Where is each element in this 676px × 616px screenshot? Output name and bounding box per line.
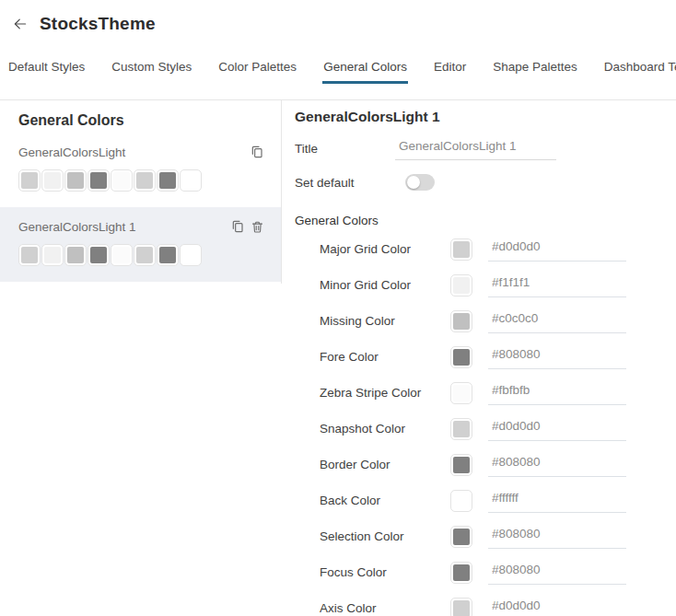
color-swatch [157, 169, 179, 192]
detail-heading: GeneralColorsLight 1 [295, 109, 676, 125]
hex-value-input[interactable] [488, 525, 626, 549]
color-row-label: Missing Color [320, 314, 450, 328]
set-default-toggle[interactable] [405, 174, 435, 191]
color-picker-swatch[interactable] [450, 310, 472, 332]
color-row-label: Snapshot Color [320, 422, 450, 436]
copy-icon [250, 145, 264, 159]
color-picker-swatch[interactable] [450, 238, 472, 261]
color-swatch [64, 169, 87, 192]
color-row-label: Border Color [320, 458, 450, 471]
palette-detail-panel: GeneralColorsLight 1 Title Set default G… [282, 100, 676, 616]
color-picker-swatch[interactable] [450, 418, 472, 440]
trash-icon [251, 220, 264, 234]
color-picker-swatch[interactable] [450, 346, 472, 368]
page-title: StocksTheme [40, 14, 156, 34]
color-picker-swatch[interactable] [450, 562, 472, 584]
color-picker-swatch[interactable] [450, 490, 472, 512]
color-picker-swatch[interactable] [450, 598, 472, 616]
tab-general-colors[interactable]: General Colors [322, 54, 408, 84]
color-swatch [41, 169, 64, 192]
set-default-label: Set default [295, 176, 395, 190]
back-button[interactable] [11, 15, 29, 33]
swatch-strip [18, 169, 264, 192]
palette-item-head: GeneralColorsLight [18, 145, 264, 159]
color-row: Zebra Stripe Color [295, 375, 676, 411]
copy-button[interactable] [250, 145, 264, 159]
color-row: Major Grid Color [295, 231, 676, 267]
general-colors-section-label: General Colors [295, 214, 676, 227]
color-swatch [87, 169, 110, 192]
color-row-label: Fore Color [320, 350, 450, 364]
color-row: Snapshot Color [295, 411, 676, 447]
color-row-label: Minor Grid Color [320, 278, 450, 292]
content-area: General Colors GeneralColorsLightGeneral… [0, 99, 676, 616]
tab-dashboard-templates[interactable]: Dashboard Templates [603, 54, 676, 84]
tab-shape-palettes[interactable]: Shape Palettes [492, 54, 578, 84]
toggle-knob [407, 176, 420, 189]
color-row-label: Selection Color [320, 529, 450, 543]
palette-list: General Colors GeneralColorsLightGeneral… [0, 100, 282, 284]
tab-color-palettes[interactable]: Color Palettes [217, 54, 297, 84]
hex-value-input[interactable] [488, 381, 626, 405]
color-swatch [41, 244, 64, 266]
color-row: Axis Color [295, 590, 676, 616]
color-swatch [134, 169, 156, 192]
color-picker-swatch[interactable] [450, 274, 472, 296]
delete-button[interactable] [251, 220, 264, 234]
palette-name: GeneralColorsLight [18, 145, 125, 159]
color-swatch [134, 244, 156, 266]
color-picker-swatch[interactable] [450, 382, 472, 404]
color-rows: Major Grid ColorMinor Grid ColorMissing … [295, 231, 676, 616]
color-swatch [111, 244, 133, 266]
tab-custom-styles[interactable]: Custom Styles [111, 54, 192, 84]
title-input[interactable] [395, 137, 556, 160]
color-swatch [18, 244, 41, 266]
hex-value-input[interactable] [488, 417, 626, 441]
color-row-label: Zebra Stripe Color [320, 386, 450, 400]
color-row: Missing Color [295, 303, 676, 339]
color-row: Border Color [295, 447, 676, 482]
tab-editor[interactable]: Editor [433, 54, 467, 84]
set-default-row: Set default [295, 174, 676, 191]
color-swatch [87, 244, 110, 266]
palette-list-item[interactable]: GeneralColorsLight [0, 133, 281, 207]
color-swatch [18, 169, 41, 192]
copy-icon [230, 219, 245, 234]
color-row: Back Color [295, 482, 676, 518]
color-swatch [111, 169, 133, 192]
color-row-label: Major Grid Color [320, 242, 450, 256]
color-row-label: Axis Color [320, 601, 450, 615]
hex-value-input[interactable] [488, 561, 626, 585]
color-row: Focus Color [295, 554, 676, 590]
palette-list-panel: General Colors GeneralColorsLightGeneral… [0, 100, 282, 284]
hex-value-input[interactable] [488, 345, 626, 369]
palette-item-actions [230, 219, 264, 234]
hex-value-input[interactable] [488, 273, 626, 297]
swatch-strip [18, 244, 264, 266]
color-swatch [180, 169, 202, 192]
color-row-label: Focus Color [320, 565, 450, 579]
color-picker-swatch[interactable] [450, 454, 472, 476]
hex-value-input[interactable] [488, 453, 626, 477]
page-header: StocksTheme [0, 0, 676, 39]
palette-list-heading: General Colors [0, 100, 281, 133]
copy-button[interactable] [230, 219, 245, 234]
color-row: Selection Color [295, 518, 676, 554]
color-swatch [180, 244, 202, 266]
palette-item-head: GeneralColorsLight 1 [18, 219, 264, 234]
hex-value-input[interactable] [488, 597, 626, 616]
color-row: Fore Color [295, 339, 676, 375]
color-row-label: Back Color [320, 494, 450, 507]
title-label: Title [295, 142, 395, 156]
hex-value-input[interactable] [488, 238, 626, 262]
hex-value-input[interactable] [488, 309, 626, 333]
tab-default-styles[interactable]: Default Styles [7, 54, 86, 84]
color-picker-swatch[interactable] [450, 526, 472, 548]
title-field-row: Title [295, 137, 676, 160]
palette-item-actions [250, 145, 264, 159]
palette-list-item[interactable]: GeneralColorsLight 1 [0, 207, 281, 282]
color-swatch [64, 244, 87, 266]
color-swatch [157, 244, 179, 266]
tab-bar: Default StylesCustom StylesColor Palette… [0, 54, 676, 84]
hex-value-input[interactable] [488, 489, 626, 513]
